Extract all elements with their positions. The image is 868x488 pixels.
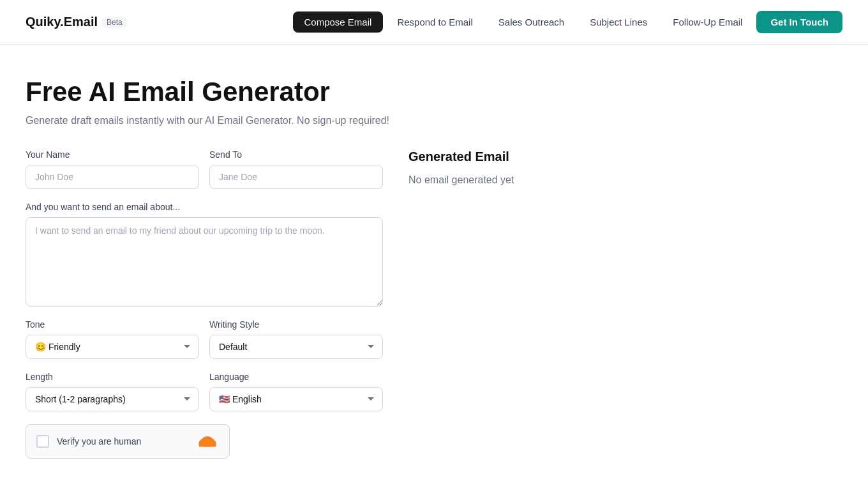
email-form: Your Name Send To And you want to send a…	[26, 149, 383, 459]
cloudflare-logo	[196, 434, 219, 449]
send-to-label: Send To	[209, 149, 383, 160]
length-language-row: Length Short (1-2 paragraphs) Medium (3-…	[26, 372, 383, 411]
nav-respond-to-email[interactable]: Respond to Email	[385, 11, 484, 33]
length-label: Length	[26, 372, 199, 382]
no-email-text: No email generated yet	[408, 174, 842, 186]
nav-follow-up-email[interactable]: Follow-Up Email	[661, 11, 754, 33]
nav-sales-outreach[interactable]: Sales Outreach	[487, 11, 576, 33]
generated-email-title: Generated Email	[408, 149, 842, 164]
language-select[interactable]: 🇺🇸 English 🇪🇸 Spanish 🇫🇷 French 🇩🇪 Germa…	[209, 387, 383, 411]
logo-beta: Beta	[101, 17, 128, 28]
tone-label: Tone	[26, 319, 199, 330]
svg-point-3	[202, 436, 213, 444]
name-row: Your Name Send To	[26, 149, 383, 189]
nav-links: Compose Email Respond to Email Sales Out…	[293, 11, 843, 33]
captcha-checkbox[interactable]	[36, 435, 49, 448]
generated-email-section: Generated Email No email generated yet	[408, 149, 842, 459]
get-in-touch-button[interactable]: Get In Touch	[756, 11, 842, 33]
writing-style-group: Writing Style Default Formal Casual Pers…	[209, 319, 383, 359]
navbar: Quiky.Email Beta Compose Email Respond t…	[0, 0, 868, 45]
logo: Quiky.Email Beta	[26, 15, 128, 29]
nav-subject-lines[interactable]: Subject Lines	[578, 11, 659, 33]
tone-select[interactable]: 😊 Friendly 😐 Neutral 🎉 Excited 💼 Profess…	[26, 335, 199, 359]
length-select[interactable]: Short (1-2 paragraphs) Medium (3-4 parag…	[26, 387, 199, 411]
your-name-group: Your Name	[26, 149, 199, 189]
main-content: Free AI Email Generator Generate draft e…	[0, 45, 868, 488]
page-title: Free AI Email Generator	[26, 77, 842, 107]
length-group: Length Short (1-2 paragraphs) Medium (3-…	[26, 372, 199, 411]
about-label: And you want to send an email about...	[26, 202, 383, 212]
tone-group: Tone 😊 Friendly 😐 Neutral 🎉 Excited 💼 Pr…	[26, 319, 199, 359]
language-label: Language	[209, 372, 383, 382]
content-grid: Your Name Send To And you want to send a…	[26, 149, 842, 459]
about-textarea[interactable]	[26, 217, 383, 307]
cloudflare-icon	[196, 434, 219, 449]
page-subtitle: Generate draft emails instantly with our…	[26, 115, 842, 126]
tone-style-row: Tone 😊 Friendly 😐 Neutral 🎉 Excited 💼 Pr…	[26, 319, 383, 359]
captcha-text: Verify you are human	[57, 436, 141, 446]
writing-style-select[interactable]: Default Formal Casual Persuasive	[209, 335, 383, 359]
svg-rect-4	[199, 443, 216, 446]
your-name-input[interactable]	[26, 165, 199, 189]
writing-style-label: Writing Style	[209, 319, 383, 330]
logo-name: Quiky.Email	[26, 15, 98, 29]
send-to-input[interactable]	[209, 165, 383, 189]
captcha-widget[interactable]: Verify you are human	[26, 424, 230, 459]
send-to-group: Send To	[209, 149, 383, 189]
your-name-label: Your Name	[26, 149, 199, 160]
language-group: Language 🇺🇸 English 🇪🇸 Spanish 🇫🇷 French…	[209, 372, 383, 411]
about-group: And you want to send an email about...	[26, 202, 383, 307]
nav-compose-email[interactable]: Compose Email	[293, 11, 384, 33]
